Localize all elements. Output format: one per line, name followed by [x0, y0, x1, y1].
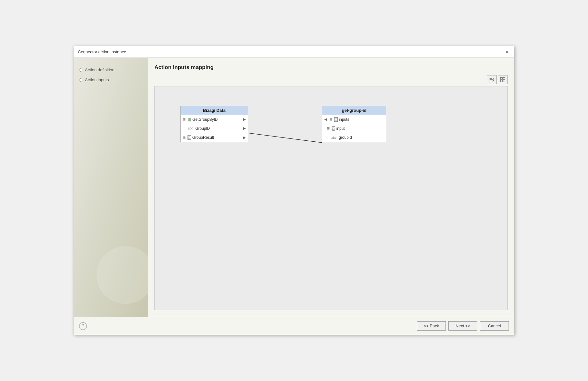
title-bar: Connector action instance × [74, 46, 514, 58]
main-panel: Action inputs mapping [148, 58, 514, 317]
left-row-label-1: GetGroupByID [192, 117, 218, 122]
left-row-label-2: GroupID [195, 126, 210, 131]
port-getgroupbyid: ▶ [243, 117, 246, 121]
svg-rect-6 [503, 80, 505, 82]
dialog-window: Connector action instance × Action defin… [74, 46, 514, 335]
connector-line [248, 133, 322, 143]
expand-icon-3: ⊞ [183, 136, 186, 140]
left-row-groupid[interactable]: abc GroupID ▶ [181, 124, 248, 133]
close-button[interactable]: × [504, 49, 510, 55]
sidebar-item-action-inputs[interactable]: Action inputs [79, 77, 143, 82]
panel-title: Action inputs mapping [154, 64, 508, 71]
next-button[interactable]: Next >> [448, 321, 477, 331]
port-groupresult: ▶ [243, 136, 246, 140]
right-row-input[interactable]: ⊞ □ input [322, 124, 386, 133]
footer: ? << Back Next >> Cancel [74, 317, 514, 335]
grid-icon [500, 77, 506, 83]
expand-icon-1: ⊞ [183, 117, 186, 121]
mapping-icon [489, 77, 495, 83]
table-icon-1: ▦ [188, 117, 191, 122]
sidebar-bullet-2 [79, 78, 82, 82]
right-row-inputs[interactable]: ◀ ⊟ □ inputs [322, 115, 386, 124]
toolbar-btn-mapping[interactable] [487, 75, 497, 84]
back-button[interactable]: << Back [417, 321, 446, 331]
dialog-title: Connector action instance [78, 49, 126, 54]
sidebar-label-action-definition: Action definition [85, 67, 115, 72]
left-row-getgroupbyid[interactable]: ⊞ ▦ GetGroupByID ▶ [181, 115, 248, 124]
svg-rect-4 [503, 77, 505, 79]
abc-icon-1: abc [188, 127, 193, 130]
right-row-label-1: inputs [339, 117, 349, 122]
svg-rect-5 [501, 80, 502, 82]
sidebar-bullet-1 [79, 68, 82, 72]
mapping-inner: Bizagi Data ⊞ ▦ GetGroupByID ▶ abc Group… [155, 86, 507, 310]
cancel-button[interactable]: Cancel [480, 321, 509, 331]
svg-rect-3 [501, 77, 502, 79]
toolbar-row [154, 75, 508, 84]
mapping-canvas: Bizagi Data ⊞ ▦ GetGroupByID ▶ abc Group… [154, 86, 508, 310]
help-button[interactable]: ? [79, 322, 87, 330]
toolbar-btn-grid[interactable] [498, 75, 508, 84]
abc-icon-r1: abc [331, 136, 336, 139]
sidebar-item-action-definition[interactable]: Action definition [79, 67, 143, 72]
right-table: get-group-id ◀ ⊟ □ inputs ⊞ □ input [322, 106, 386, 142]
footer-left: ? [79, 322, 87, 330]
content-area: Action definition Action inputs Action i… [74, 58, 514, 317]
right-row-label-2: input [336, 126, 345, 131]
right-table-header: get-group-id [322, 106, 386, 115]
left-table: Bizagi Data ⊞ ▦ GetGroupByID ▶ abc Group… [180, 106, 248, 142]
right-row-label-3: groupId [339, 135, 352, 140]
left-table-header: Bizagi Data [181, 106, 248, 115]
expand-icon-r1: ⊟ [329, 117, 332, 121]
footer-right: << Back Next >> Cancel [417, 321, 509, 331]
left-row-groupresult[interactable]: ⊞ □ GroupResult ▶ [181, 133, 248, 142]
left-row-label-3: GroupResult [192, 135, 214, 140]
port-groupid: ▶ [243, 126, 246, 130]
right-row-groupid[interactable]: abc groupId [322, 133, 386, 142]
port-inputs-left: ◀ [324, 117, 327, 121]
sidebar-label-action-inputs: Action inputs [85, 77, 109, 82]
expand-icon-r2: ⊞ [327, 126, 330, 130]
box-icon-r1: □ [334, 117, 338, 122]
box-icon-r2: □ [332, 126, 335, 131]
box-icon-1: □ [188, 135, 191, 140]
sidebar: Action definition Action inputs [74, 58, 148, 317]
